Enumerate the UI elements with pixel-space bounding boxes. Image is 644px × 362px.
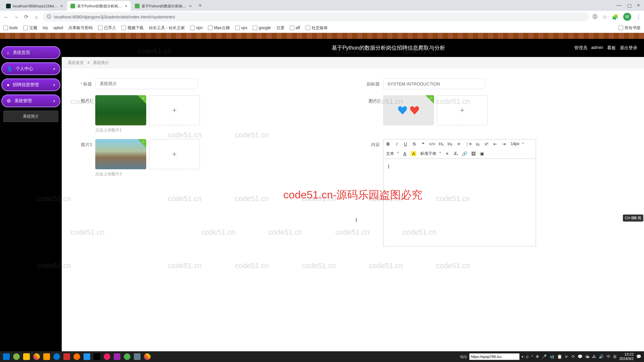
folder-icon: [208, 25, 213, 30]
site-info-icon[interactable]: ⓘ: [47, 14, 51, 20]
bookmark-item[interactable]: 百度: [276, 25, 284, 31]
folder-icon: [619, 25, 623, 30]
tab-close-icon[interactable]: ×: [125, 3, 127, 9]
folder-icon: [3, 25, 8, 30]
folder-icon: [235, 25, 240, 30]
tab-close-icon[interactable]: ×: [189, 3, 192, 9]
folder-icon: [306, 25, 310, 30]
extensions-icon[interactable]: 🧩: [612, 14, 619, 20]
back-icon[interactable]: ←: [3, 14, 9, 20]
home-icon[interactable]: ⌂: [33, 14, 40, 20]
folder-icon: [23, 25, 28, 30]
folder-icon: [253, 25, 257, 30]
bookmark-item[interactable]: tools: [3, 25, 18, 30]
tab-title: 基于Python的数据分析岗位招: [77, 4, 123, 9]
tab-close-icon[interactable]: ×: [60, 3, 63, 9]
forward-icon[interactable]: →: [13, 14, 19, 20]
bookmark-item[interactable]: 共享账号密码: [68, 25, 93, 31]
reload-icon[interactable]: ⟳: [23, 14, 30, 20]
browser-tab-1[interactable]: 基于Python的数据分析岗位招 ×: [67, 1, 131, 11]
favicon-icon: [6, 4, 11, 8]
new-tab-button[interactable]: +: [196, 1, 204, 10]
minimize-icon[interactable]: —: [616, 2, 622, 9]
bookmark-item[interactable]: vps: [235, 25, 248, 30]
translate-icon[interactable]: ⓖ: [592, 13, 598, 20]
bookmark-item[interactable]: 站长工具 - 站长之家: [149, 25, 185, 31]
favicon-icon: [70, 4, 75, 8]
bookmarks-bar: tools 宝藏 txy uplod 共享账号密码 已导入 视频下载 站长工具 …: [0, 23, 644, 33]
folder-icon: [290, 25, 294, 30]
tab-title: localhost:8800/vps123Admin: [13, 4, 58, 8]
bookmark-overflow[interactable]: 所有书签: [619, 25, 641, 31]
bookmark-item[interactable]: 视频下载: [121, 25, 144, 31]
bookmark-item[interactable]: google: [253, 25, 271, 30]
bookmark-item[interactable]: uplod: [53, 25, 63, 30]
address-bar[interactable]: ⓘ localhost:8080/djangom3j3i/admin/dist/…: [43, 12, 589, 21]
bookmark-item[interactable]: aff: [290, 25, 300, 30]
bookmark-item[interactable]: txy: [43, 25, 48, 30]
bookmark-star-icon[interactable]: ☆: [602, 14, 607, 20]
maximize-icon[interactable]: ◻: [627, 2, 632, 9]
menu-icon[interactable]: ⋮: [636, 14, 641, 20]
decorative-border: [0, 33, 644, 33]
bookmark-item[interactable]: vpn: [190, 25, 203, 30]
folder-icon: [98, 25, 103, 30]
browser-tab-2[interactable]: 基于Python的数据分析岗位招 ×: [131, 1, 195, 11]
bookmark-item[interactable]: 社交媒体: [306, 25, 328, 31]
close-window-icon[interactable]: ×: [637, 2, 640, 9]
folder-icon: [190, 25, 195, 30]
bookmark-item[interactable]: 宝藏: [23, 25, 37, 31]
browser-tab-0[interactable]: localhost:8800/vps123Admin ×: [3, 1, 66, 11]
bookmark-item[interactable]: Max云梯: [208, 25, 230, 31]
url-text: localhost:8080/djangom3j3i/admin/dist/in…: [54, 14, 175, 19]
folder-icon: [121, 25, 126, 30]
tab-title: 基于Python的数据分析岗位招: [142, 4, 187, 9]
bookmark-item[interactable]: 已导入: [98, 25, 116, 31]
profile-avatar[interactable]: W: [623, 13, 631, 21]
favicon-icon: [135, 4, 140, 8]
